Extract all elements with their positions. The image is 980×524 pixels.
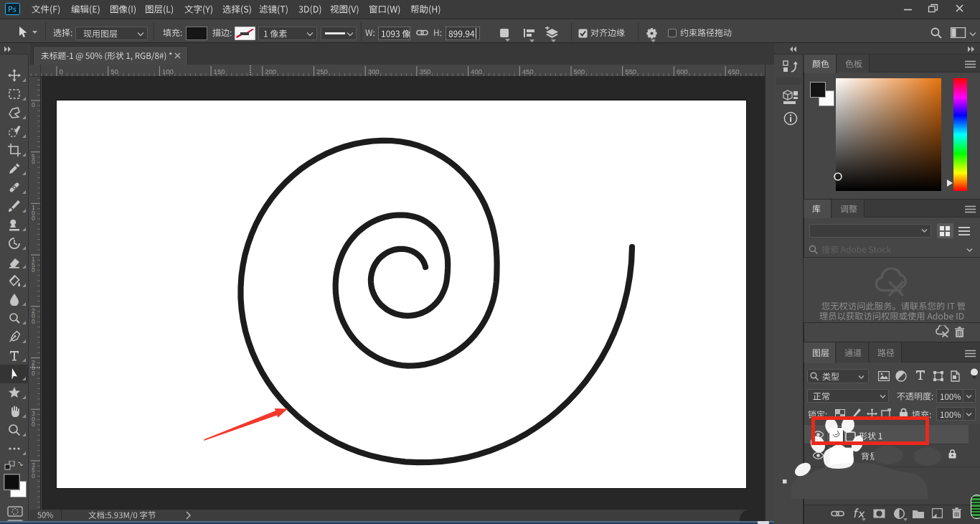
svg-text:0: 0 <box>32 318 35 325</box>
svg-text:300: 300 <box>368 67 380 75</box>
svg-text:0: 0 <box>32 158 35 165</box>
svg-text:350: 350 <box>419 67 430 75</box>
svg-text:450: 450 <box>522 67 534 75</box>
svg-text:500: 500 <box>574 67 585 75</box>
svg-text:100: 100 <box>162 67 174 75</box>
svg-text:200: 200 <box>265 67 276 75</box>
svg-text:650: 650 <box>728 67 740 75</box>
svg-text:0: 0 <box>32 101 35 108</box>
svg-text:0: 0 <box>60 67 63 75</box>
svg-text:600: 600 <box>677 67 688 75</box>
svg-text:0: 0 <box>32 472 35 479</box>
svg-text:0: 0 <box>32 370 35 377</box>
svg-text:400: 400 <box>471 67 482 75</box>
svg-text:0: 0 <box>32 266 35 273</box>
svg-text:0: 0 <box>32 215 35 222</box>
svg-text:0: 0 <box>32 421 35 428</box>
svg-text:250: 250 <box>316 67 328 75</box>
svg-text:550: 550 <box>625 67 636 75</box>
svg-text:150: 150 <box>214 67 225 75</box>
svg-text:50: 50 <box>110 67 118 75</box>
